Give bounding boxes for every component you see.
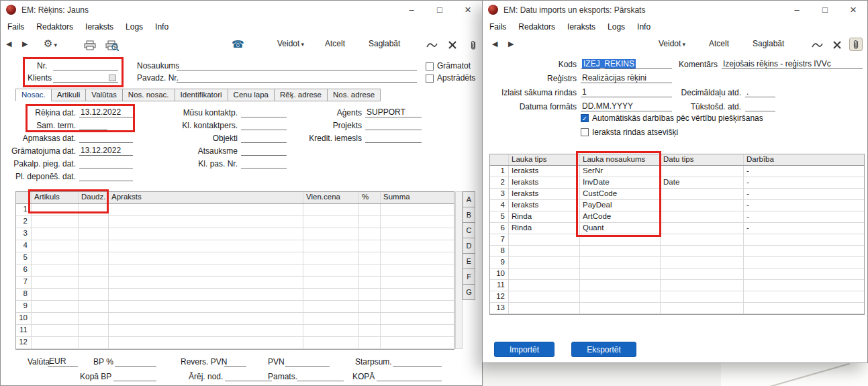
cell[interactable]	[661, 303, 744, 313]
menu-redaktors[interactable]: Redaktors	[518, 22, 555, 32]
cell[interactable]	[381, 240, 454, 252]
print-preview-button[interactable]	[105, 40, 119, 51]
cell[interactable]: Quant	[580, 223, 661, 234]
expand-button[interactable]	[832, 40, 842, 50]
import-table-row[interactable]: 2IerakstsInvDateDate-	[490, 177, 864, 189]
import-table-row[interactable]: 13	[490, 303, 864, 314]
signature-button[interactable]	[812, 41, 823, 49]
cell[interactable]	[381, 204, 454, 215]
apstradets-checkbox[interactable]	[426, 75, 434, 83]
cell[interactable]: Rinda	[509, 211, 580, 222]
pavadz-input[interactable]	[177, 73, 417, 83]
letter-tab-a[interactable]: A	[463, 192, 475, 207]
projekts-input[interactable]	[365, 120, 422, 130]
cell[interactable]	[359, 264, 381, 276]
cell[interactable]	[359, 301, 381, 312]
import-table-row[interactable]: 10	[490, 269, 864, 280]
cell[interactable]	[79, 240, 109, 252]
cell[interactable]: SerNr	[580, 166, 661, 177]
import-table-row[interactable]: 5RindaArtCode-	[490, 211, 864, 223]
column-header[interactable]: Apraksts	[109, 192, 303, 203]
menu-fails[interactable]: Fails	[7, 22, 24, 32]
cell[interactable]: CustCode	[580, 189, 661, 199]
items-table-row[interactable]: 9	[16, 301, 454, 313]
cell[interactable]	[303, 240, 359, 252]
cell[interactable]	[303, 289, 359, 300]
tab-nosac[interactable]: Nosac.	[15, 89, 52, 101]
cell[interactable]	[359, 216, 381, 228]
saglabat-button[interactable]: Saglabāt	[753, 39, 784, 48]
cell[interactable]	[32, 240, 79, 252]
cell[interactable]	[580, 246, 661, 256]
cell[interactable]: InvDate	[580, 177, 661, 188]
cell[interactable]	[109, 264, 303, 276]
cell[interactable]	[744, 269, 864, 279]
tab-rek-adrese[interactable]: Rēķ. adrese	[275, 89, 328, 101]
tab-nos-adrese[interactable]: Nos. adrese	[328, 89, 381, 101]
cell[interactable]	[32, 337, 79, 348]
cell[interactable]	[744, 257, 864, 268]
cell[interactable]	[509, 234, 580, 245]
arej-nod-input[interactable]	[225, 371, 272, 381]
auto-darbibas-checkbox[interactable]: ✓	[581, 114, 589, 122]
row-number[interactable]: 8	[490, 246, 509, 256]
cell[interactable]	[661, 189, 744, 199]
row-number[interactable]: 2	[16, 216, 32, 228]
cell[interactable]	[661, 166, 744, 177]
back-button[interactable]: ◀	[6, 39, 11, 48]
cell[interactable]: Ieraksts	[509, 177, 580, 188]
row-number[interactable]: 8	[16, 289, 32, 300]
kopa-input[interactable]	[377, 371, 442, 381]
tukstosd-atd-input[interactable]	[745, 101, 775, 111]
items-table-row[interactable]: 3	[16, 228, 454, 240]
import-table-row[interactable]: 4IerakstsPayDeal-	[490, 200, 864, 211]
cell[interactable]	[79, 252, 109, 264]
pakalp-pieg-dat-input[interactable]	[79, 158, 133, 168]
import-table-row[interactable]: 9	[490, 257, 864, 269]
import-table-row[interactable]: 6RindaQuant-	[490, 223, 864, 234]
tab-valutas[interactable]: Valūtas	[86, 89, 123, 101]
cell[interactable]	[79, 313, 109, 324]
row-number[interactable]: 13	[490, 303, 509, 313]
row-number[interactable]: 3	[490, 189, 509, 199]
row-number[interactable]: 6	[490, 223, 509, 234]
column-header[interactable]: Lauka tips	[509, 154, 580, 165]
close-button[interactable]: ×	[839, 1, 867, 19]
atcelt-button[interactable]: Atcelt	[325, 39, 345, 48]
revers-pvn-input[interactable]	[224, 356, 246, 367]
cell[interactable]	[303, 301, 359, 312]
menu-logs[interactable]: Logs	[126, 22, 143, 32]
row-number[interactable]: 10	[490, 269, 509, 279]
cell[interactable]	[79, 216, 109, 228]
cell[interactable]	[32, 204, 79, 215]
tab-identifikatori[interactable]: Identifikatori	[175, 89, 228, 101]
cell[interactable]: -	[744, 166, 864, 177]
cell[interactable]: Ieraksts	[509, 200, 580, 211]
nosaukums-input[interactable]	[177, 60, 417, 70]
ieraksta-rindas-checkbox[interactable]	[581, 128, 589, 136]
maximize-button[interactable]: □	[811, 1, 839, 19]
cell[interactable]	[381, 216, 454, 228]
print-button[interactable]	[84, 40, 96, 50]
letter-tab-b[interactable]: B	[463, 207, 475, 223]
cell[interactable]	[744, 234, 864, 245]
row-number[interactable]: 6	[16, 264, 32, 276]
row-number[interactable]: 12	[490, 291, 509, 302]
items-table-row[interactable]: 2	[16, 216, 454, 228]
cell[interactable]	[661, 269, 744, 279]
veidot-dropdown[interactable]: Veidot▾	[659, 39, 685, 48]
cell[interactable]	[303, 277, 359, 288]
row-number[interactable]: 1	[16, 204, 32, 215]
letter-tab-c[interactable]: C	[463, 223, 475, 238]
row-number[interactable]: 4	[16, 240, 32, 252]
cell[interactable]: Ieraksts	[509, 166, 580, 177]
row-number[interactable]: 12	[16, 337, 32, 348]
eksportet-button[interactable]: Eksportēt	[571, 342, 636, 357]
cell[interactable]	[381, 277, 454, 288]
import-table-row[interactable]: 7	[490, 234, 864, 246]
import-table-row[interactable]: 3IerakstsCustCode-	[490, 189, 864, 200]
registrs-input[interactable]: Realizācijas rēķini	[581, 73, 672, 83]
menu-info[interactable]: Info	[637, 22, 650, 32]
cell[interactable]: Date	[661, 177, 744, 188]
cell[interactable]	[109, 277, 303, 288]
